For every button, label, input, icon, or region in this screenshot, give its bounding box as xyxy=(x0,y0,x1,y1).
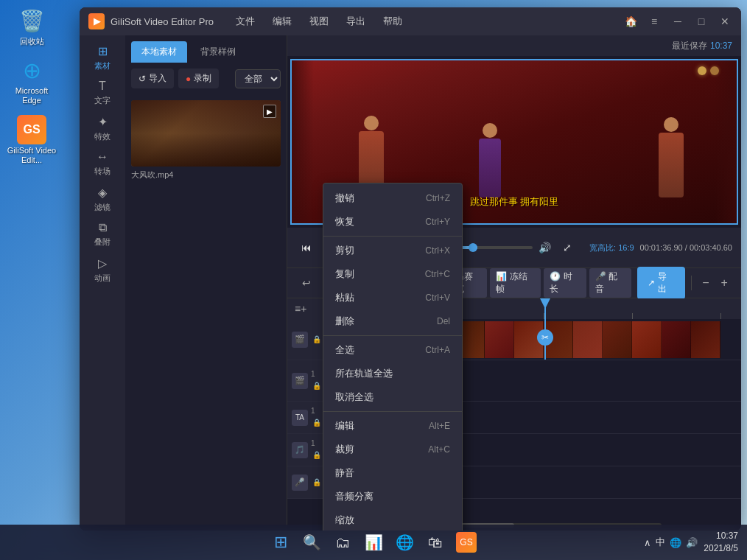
sidebar-item-transition[interactable]: ↔ 转场 xyxy=(83,147,122,180)
freeze-btn[interactable]: 📊 冻结帧 xyxy=(490,268,541,298)
start-btn[interactable]: ⊞ xyxy=(267,529,294,556)
filter-dropdown[interactable]: 全部 xyxy=(235,69,281,88)
gilisoft-icon[interactable]: GS GiliSoft Video Edit... xyxy=(6,115,57,165)
video-track-icon: 🎬 xyxy=(292,332,308,348)
recycle-bin-icon[interactable]: 🗑️ 回收站 xyxy=(6,6,57,46)
app-title: GiliSoft Video Editor Pro xyxy=(111,16,214,27)
lock-btn-4[interactable]: 🔒 xyxy=(311,449,323,461)
export-btn[interactable]: ↗ 导出 xyxy=(637,267,685,299)
ctx-zoom[interactable]: 缩放 xyxy=(323,508,462,531)
media-thumbnail: ▶ xyxy=(131,100,281,167)
menu-export[interactable]: 导出 xyxy=(339,12,373,31)
content-panel: 本地素材 背景样例 ↺ 导入 ● 录制 全部 xyxy=(125,35,287,531)
ctx-edit[interactable]: 编辑 Alt+E xyxy=(323,414,462,438)
media-filename: 大风吹.mp4 xyxy=(131,169,281,181)
home-btn[interactable]: 🏠 xyxy=(620,11,641,32)
context-menu: 撤销 Ctrl+Z 恢复 Ctrl+Y 剪切 Ctrl+X 复制 Ctrl+C … xyxy=(323,183,463,531)
menu-edit[interactable]: 编辑 xyxy=(265,12,299,31)
ctx-copy[interactable]: 复制 Ctrl+C xyxy=(323,262,462,286)
volume-icon[interactable]: 🔊 xyxy=(686,537,698,548)
clock-icon: 🕐 xyxy=(550,271,561,281)
play-icon: ▶ xyxy=(263,105,276,118)
store-btn[interactable]: 🛍 xyxy=(422,529,449,556)
task-view-btn[interactable]: 🗂 xyxy=(329,529,356,556)
media-item[interactable]: ▶ 大风吹.mp4 xyxy=(131,100,281,181)
media-grid: ▶ 大风吹.mp4 xyxy=(125,94,287,531)
sidebar-item-effects[interactable]: ✦ 特效 xyxy=(83,112,122,144)
sidebar-item-text[interactable]: T 文字 xyxy=(83,77,122,109)
sidebar-item-filter[interactable]: ◈ 滤镜 xyxy=(83,183,122,215)
ctx-undo[interactable]: 撤销 Ctrl+Z xyxy=(323,186,462,210)
close-btn[interactable]: ✕ xyxy=(715,11,735,32)
import-bar: ↺ 导入 ● 录制 全部 xyxy=(125,63,287,94)
sidebar: ⊞ 素材 T 文字 ✦ 特效 ↔ 转场 ◈ 滤镜 xyxy=(80,35,125,531)
skip-back-btn[interactable]: ⏮ xyxy=(296,237,317,258)
maximize-btn[interactable]: □ xyxy=(691,11,712,32)
ctx-divider-1 xyxy=(323,236,462,237)
ctx-select-track[interactable]: 所在轨道全选 xyxy=(323,362,462,385)
ctx-divider-3 xyxy=(323,411,462,412)
record-button[interactable]: ● 录制 xyxy=(178,69,219,88)
lock-btn-3[interactable]: 🔒 xyxy=(311,416,323,428)
desktop-icons: 🗑️ 回收站 ⊕ Microsoft Edge GS GiliSoft Vide… xyxy=(6,6,57,165)
ctx-select-all[interactable]: 全选 Ctrl+A xyxy=(323,338,462,362)
video-track-2-icon: 🎬 xyxy=(292,373,308,389)
ctx-divider-2 xyxy=(323,335,462,336)
ctx-mute[interactable]: 静音 xyxy=(323,461,462,485)
zoom-in-btn[interactable]: + xyxy=(717,275,732,291)
add-track-btn[interactable]: ≡+ xyxy=(292,300,309,318)
last-saved-time: 10:37 xyxy=(710,41,732,51)
menu-view[interactable]: 视图 xyxy=(302,12,336,31)
current-time: 00:01:36.90 / 00:03:40.60 xyxy=(640,243,732,252)
bar-chart-icon: 📊 xyxy=(496,271,507,281)
volume-btn[interactable]: 🔊 xyxy=(539,242,551,253)
sys-tray: ∧ 中 🌐 🔊 xyxy=(644,536,698,549)
lock-btn[interactable]: 🔒 xyxy=(311,334,323,346)
taskbar-right: ∧ 中 🌐 🔊 10:37 2021/8/5 xyxy=(644,530,738,555)
lock-btn-2[interactable]: 🔒 xyxy=(311,379,323,391)
lock-btn-5[interactable]: 🔒 xyxy=(311,477,323,489)
tab-local[interactable]: 本地素材 xyxy=(131,41,187,63)
fullscreen-btn[interactable]: ⤢ xyxy=(557,237,578,258)
refresh-icon: ↺ xyxy=(138,74,146,84)
ctx-paste[interactable]: 粘贴 Ctrl+V xyxy=(323,286,462,309)
transition-icon: ↔ xyxy=(97,150,108,164)
edge-icon[interactable]: ⊕ Microsoft Edge xyxy=(6,55,57,105)
ctx-delete[interactable]: 删除 Del xyxy=(323,309,462,333)
network-icon[interactable]: 🌐 xyxy=(670,537,681,548)
desktop: 🗑️ 回收站 ⊕ Microsoft Edge GS GiliSoft Vide… xyxy=(0,0,747,560)
search-btn[interactable]: 🔍 xyxy=(298,529,325,556)
sidebar-item-overlay[interactable]: ⧉ 叠附 xyxy=(83,218,122,251)
widgets-btn[interactable]: 📊 xyxy=(360,529,387,556)
menu-help[interactable]: 帮助 xyxy=(376,12,410,31)
video-subtitle: 跳过那件事 拥有阳里 xyxy=(470,195,559,209)
sidebar-item-material[interactable]: ⊞ 素材 xyxy=(83,41,122,74)
minimize-btn[interactable]: ─ xyxy=(667,11,688,32)
undo-btn[interactable]: ↩ xyxy=(296,273,316,293)
taskbar-clock[interactable]: 10:37 2021/8/5 xyxy=(704,530,738,555)
record-icon: ● xyxy=(186,74,191,84)
import-button[interactable]: ↺ 导入 xyxy=(131,69,174,88)
mic-icon: 🎤 xyxy=(595,271,606,281)
last-saved-label: 最近保存 xyxy=(672,40,707,52)
menu-btn[interactable]: ≡ xyxy=(644,11,664,32)
zoom-out-btn[interactable]: − xyxy=(698,275,713,291)
edge-taskbar-btn[interactable]: 🌐 xyxy=(391,529,418,556)
ctx-audio-sep[interactable]: 音频分离 xyxy=(323,485,462,508)
gilisoft-taskbar-btn[interactable]: GS xyxy=(453,529,480,556)
ctx-crop[interactable]: 裁剪 Alt+C xyxy=(323,438,462,461)
app-window: ▶ GiliSoft Video Editor Pro 文件 编辑 视图 导出 … xyxy=(80,7,741,531)
audio-btn[interactable]: 🎤 配音 xyxy=(589,268,631,298)
tab-background[interactable]: 背景样例 xyxy=(190,41,246,63)
menu-file[interactable]: 文件 xyxy=(228,12,262,31)
ctx-redo[interactable]: 恢复 Ctrl+Y xyxy=(323,210,462,234)
duration-btn[interactable]: 🕐 时长 xyxy=(544,268,586,298)
taskbar-center: ⊞ 🔍 🗂 📊 🌐 🛍 GS xyxy=(267,529,480,556)
chevron-up-icon[interactable]: ∧ xyxy=(644,537,651,548)
ctx-cut[interactable]: 剪切 Ctrl+X xyxy=(323,239,462,262)
sidebar-item-animation[interactable]: ▷ 动画 xyxy=(83,253,122,286)
input-method-icon[interactable]: 中 xyxy=(656,536,665,549)
export-icon: ↗ xyxy=(648,278,655,288)
ctx-deselect[interactable]: 取消全选 xyxy=(323,385,462,409)
effects-icon: ✦ xyxy=(98,115,108,129)
